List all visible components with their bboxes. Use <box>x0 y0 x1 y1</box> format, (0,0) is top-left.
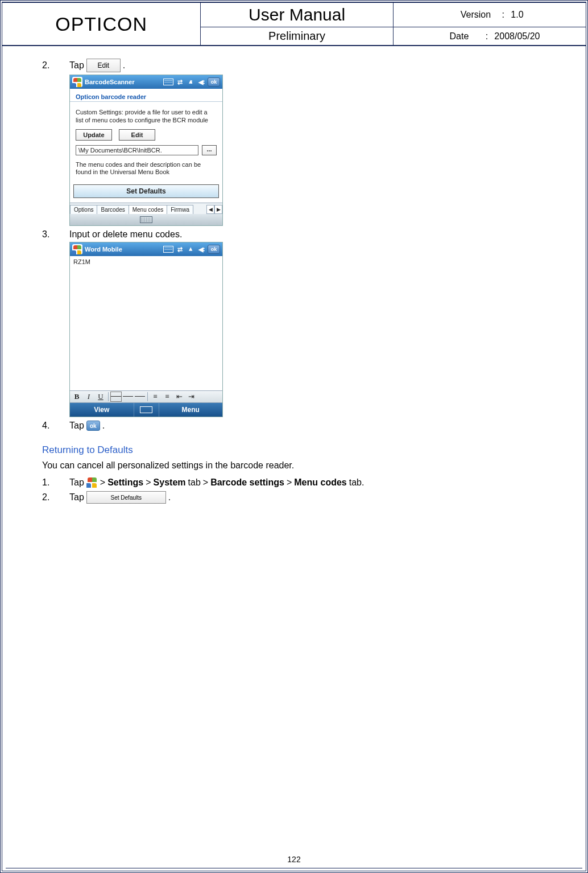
step-4: 4. Tap ok. <box>42 421 563 431</box>
window-title: Word Mobile <box>85 246 161 253</box>
indent-button[interactable]: ⇥ <box>185 392 197 402</box>
set-defaults-button[interactable]: Set Defaults <box>73 184 219 198</box>
tab-options[interactable]: Options <box>70 205 97 214</box>
tab-scroll-left[interactable]: ◀ <box>206 205 214 214</box>
separator <box>147 392 148 401</box>
soft-key-bar: View Menu <box>70 403 222 417</box>
version-cell: Version : 1.0 <box>393 3 586 27</box>
tap-text: Tap <box>69 60 84 71</box>
step-3: 3. Input or delete menu codes. <box>42 229 563 240</box>
ok-button[interactable]: ok <box>208 245 220 254</box>
barcode-settings-text: Barcode settings <box>210 477 284 488</box>
step-number: 1. <box>42 477 69 488</box>
tab-strip: Options Barcodes Menu codes Firmwa ◀ ▶ <box>70 203 222 214</box>
tab-firmware[interactable]: Firmwa <box>167 205 193 214</box>
tap-text: Tap <box>69 421 84 431</box>
gt: > <box>203 477 208 488</box>
underline-button[interactable]: U <box>95 392 106 402</box>
returning-to-defaults-heading: Returning to Defaults <box>42 444 563 456</box>
tap-text: Tap <box>69 477 84 488</box>
settings-text: Settings <box>107 477 143 488</box>
separator <box>108 392 109 401</box>
path-input[interactable]: \My Documents\BCR\InitBCR. <box>76 145 198 155</box>
sip-bar[interactable] <box>70 214 222 225</box>
step-number: 4. <box>42 421 69 431</box>
bulleted-list-button[interactable]: ≡ <box>162 392 173 402</box>
align-right-button[interactable] <box>134 392 146 402</box>
view-menu[interactable]: View <box>70 403 134 417</box>
signal-icon[interactable] <box>186 78 195 86</box>
titlebar: Word Mobile ok <box>70 242 222 256</box>
app-subtitle: Opticon barcode reader <box>70 89 222 102</box>
numbered-list-button[interactable]: ≡ <box>150 392 161 402</box>
manual-subtitle: Preliminary <box>201 27 394 46</box>
tab-period: tab. <box>349 477 365 488</box>
tab-barcodes[interactable]: Barcodes <box>97 205 129 214</box>
step-number: 2. <box>42 60 69 71</box>
document-body[interactable]: RZ1M <box>70 256 222 390</box>
page: OPTICON User Manual Version : 1.0 Prelim… <box>0 0 588 873</box>
manual-title: User Manual <box>201 3 394 27</box>
browse-button[interactable]: ... <box>202 145 217 155</box>
step3-text: Input or delete menu codes. <box>69 229 182 240</box>
defaults-step-2: 2. Tap Set Defaults. <box>42 491 563 504</box>
italic-button[interactable]: I <box>83 392 94 402</box>
system-text: System <box>154 477 186 488</box>
connectivity-icon[interactable] <box>175 78 184 86</box>
doc-header: OPTICON User Manual Version : 1.0 Prelim… <box>2 2 586 46</box>
step-number: 3. <box>42 229 69 240</box>
start-icon[interactable] <box>72 244 82 254</box>
volume-icon[interactable] <box>197 245 206 253</box>
edit-button[interactable]: Edit <box>119 129 155 141</box>
start-icon[interactable] <box>72 77 82 87</box>
step-2: 2. Tap Edit. <box>42 59 563 72</box>
signal-icon[interactable] <box>186 245 195 253</box>
page-number: 122 <box>2 855 586 864</box>
sip-toggle[interactable] <box>134 403 159 417</box>
content-area: 2. Tap Edit. BarcodeScanner ok <box>2 46 586 512</box>
edit-button-inline[interactable]: Edit <box>86 59 121 72</box>
version-value: 1.0 <box>511 10 523 19</box>
menu-codes-text: Menu codes <box>294 477 346 488</box>
tap-text: Tap <box>69 492 84 503</box>
menu-codes-text: The menu codes and their description can… <box>76 161 217 177</box>
align-left-button[interactable] <box>110 392 122 402</box>
keyboard-icon <box>140 406 152 413</box>
date-label: Date <box>439 31 479 42</box>
align-center-button[interactable] <box>122 392 134 402</box>
connectivity-icon[interactable] <box>175 245 184 253</box>
volume-icon[interactable] <box>197 78 206 86</box>
window-title: BarcodeScanner <box>85 79 161 85</box>
returning-to-defaults-para: You can cancel all personalized settings… <box>42 460 563 471</box>
tab-scroll-right[interactable]: ▶ <box>214 205 222 214</box>
period: . <box>123 60 125 71</box>
date-cell: Date : 2008/05/20 <box>393 27 586 46</box>
menu-menu[interactable]: Menu <box>159 403 223 417</box>
ok-button-inline[interactable]: ok <box>86 421 100 431</box>
screenshot-barcodescanner: BarcodeScanner ok Opticon barcode reader… <box>69 75 563 226</box>
titlebar: BarcodeScanner ok <box>70 75 222 89</box>
colon: : <box>498 10 508 20</box>
footer-divider <box>6 868 582 868</box>
gt: > <box>100 477 105 488</box>
brand-cell: OPTICON <box>2 3 201 46</box>
gt: > <box>146 477 151 488</box>
screenshot-word-mobile: Word Mobile ok RZ1M B I U <box>69 242 563 417</box>
date-value: 2008/05/20 <box>494 31 540 41</box>
tab-word: tab <box>188 477 201 488</box>
keyboard-icon[interactable] <box>140 216 152 223</box>
format-toolbar: B I U ≡ ≡ ⇤ ⇥ <box>70 390 222 403</box>
tab-menu-codes[interactable]: Menu codes <box>129 205 167 214</box>
keyboard-icon[interactable] <box>163 246 173 253</box>
update-button[interactable]: Update <box>76 129 112 141</box>
step-number: 2. <box>42 492 69 503</box>
start-icon[interactable] <box>86 476 98 489</box>
ok-button[interactable]: ok <box>208 77 220 87</box>
keyboard-icon[interactable] <box>163 79 173 85</box>
bold-button[interactable]: B <box>71 392 82 402</box>
version-label: Version <box>456 10 495 20</box>
set-defaults-button-inline[interactable]: Set Defaults <box>86 491 166 504</box>
colon: : <box>482 31 492 42</box>
period: . <box>102 421 105 431</box>
outdent-button[interactable]: ⇤ <box>173 392 185 402</box>
